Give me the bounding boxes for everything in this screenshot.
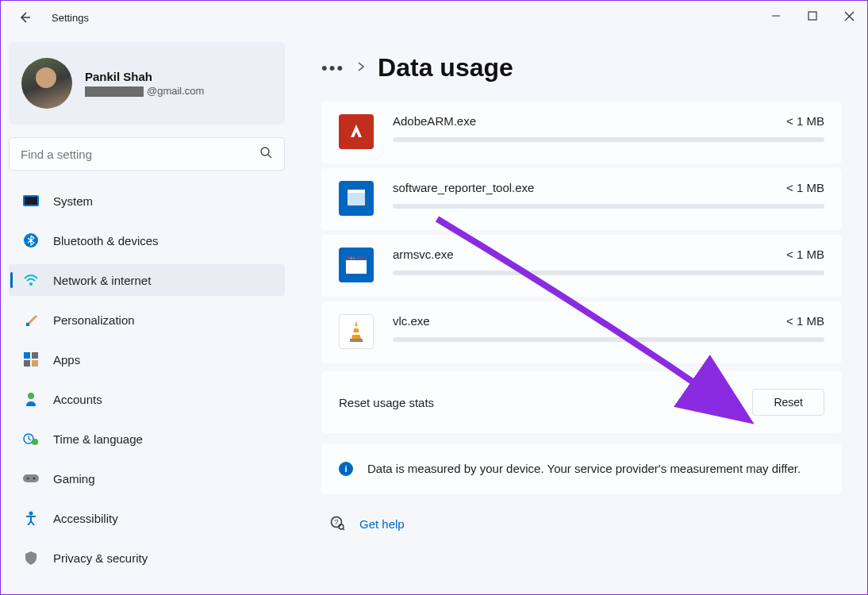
help-link[interactable]: Get help (359, 517, 405, 531)
app-size: < 1 MB (786, 314, 824, 328)
generic-app-icon (339, 181, 374, 216)
nav-label: Accessibility (53, 512, 118, 525)
svg-rect-8 (25, 197, 37, 205)
info-icon: i (339, 462, 353, 476)
clock-globe-icon (23, 431, 39, 447)
svg-line-19 (29, 439, 31, 440)
usage-bar (393, 337, 824, 342)
nav-label: Apps (53, 353, 80, 367)
help-icon: ? (329, 515, 345, 534)
person-icon (23, 391, 39, 407)
arrow-left-icon (18, 11, 31, 24)
info-text: Data is measured by your device. Your se… (367, 460, 801, 478)
svg-line-6 (268, 155, 271, 158)
svg-rect-33 (354, 326, 359, 328)
nav-label: Bluetooth & devices (53, 234, 159, 248)
profile-email: @gmail.com (85, 85, 204, 97)
reset-button[interactable]: Reset (752, 389, 824, 416)
nav-label: Gaming (53, 472, 95, 486)
usage-bar (393, 204, 824, 209)
sidebar-item-apps[interactable]: Apps (9, 344, 285, 375)
sidebar-item-time[interactable]: Time & language (9, 423, 285, 455)
svg-rect-15 (32, 360, 38, 367)
chevron-right-icon (357, 61, 365, 75)
nav-list: System Bluetooth & devices Network & int… (9, 185, 285, 574)
app-size: < 1 MB (786, 248, 824, 261)
avatar (21, 58, 72, 109)
svg-point-31 (351, 258, 352, 259)
sidebar-item-privacy[interactable]: Privacy & security (9, 542, 285, 574)
close-icon (844, 11, 855, 21)
nav-label: Privacy & security (53, 551, 148, 565)
sidebar-item-network[interactable]: Network & internet (9, 264, 285, 296)
svg-rect-2 (808, 12, 816, 20)
svg-point-23 (33, 478, 36, 480)
app-name: armsvc.exe (393, 248, 454, 261)
reset-stats-card: Reset usage stats Reset (321, 371, 842, 433)
search-input[interactable] (9, 137, 285, 171)
redacted-block (85, 86, 144, 97)
vlc-icon (339, 314, 374, 349)
maximize-icon (808, 11, 817, 21)
window-icon (339, 248, 374, 282)
svg-rect-35 (350, 339, 363, 342)
titlebar: Settings (1, 1, 867, 34)
svg-rect-34 (352, 332, 360, 335)
bluetooth-icon (23, 232, 39, 248)
paintbrush-icon (23, 312, 39, 328)
minimize-icon (771, 11, 781, 21)
shield-icon (23, 550, 39, 566)
search-wrap (9, 137, 285, 171)
sidebar-item-accounts[interactable]: Accounts (9, 383, 285, 415)
svg-rect-27 (348, 190, 365, 193)
app-size: < 1 MB (786, 114, 824, 128)
close-button[interactable] (831, 1, 867, 31)
nav-label: Time & language (53, 432, 143, 446)
sidebar-item-gaming[interactable]: Gaming (9, 463, 285, 494)
breadcrumb: ••• Data usage (321, 53, 842, 83)
sidebar-item-system[interactable]: System (9, 185, 285, 217)
svg-point-16 (28, 393, 34, 399)
nav-label: System (53, 194, 93, 208)
sidebar-item-bluetooth[interactable]: Bluetooth & devices (9, 225, 285, 256)
profile-card[interactable]: Pankil Shah @gmail.com (9, 42, 285, 125)
svg-point-22 (27, 478, 29, 480)
svg-rect-26 (348, 191, 365, 205)
apps-icon (23, 351, 39, 367)
window-controls (758, 1, 867, 31)
minimize-button[interactable] (758, 1, 794, 31)
reset-label: Reset usage stats (339, 396, 434, 409)
app-usage-row[interactable]: armsvc.exe < 1 MB (321, 235, 842, 297)
system-icon (23, 193, 39, 209)
nav-label: Accounts (53, 393, 102, 406)
svg-rect-14 (24, 360, 30, 367)
usage-bar (393, 137, 824, 142)
svg-point-30 (348, 258, 350, 259)
accessibility-icon (23, 510, 39, 526)
app-name: software_reporter_tool.exe (393, 181, 534, 194)
svg-rect-13 (32, 352, 38, 359)
sidebar-item-accessibility[interactable]: Accessibility (9, 502, 285, 534)
svg-text:?: ? (334, 518, 338, 526)
search-icon (259, 146, 272, 162)
maximize-button[interactable] (794, 1, 831, 31)
app-usage-row[interactable]: AdobeARM.exe < 1 MB (321, 102, 842, 163)
app-title: Settings (52, 12, 89, 24)
svg-point-20 (32, 439, 38, 445)
svg-point-24 (29, 512, 33, 516)
breadcrumb-more[interactable]: ••• (321, 58, 344, 79)
adobe-icon (339, 114, 374, 149)
page-title: Data usage (378, 53, 513, 83)
app-usage-row[interactable]: vlc.exe < 1 MB (321, 301, 842, 363)
help-row[interactable]: ? Get help (321, 515, 842, 534)
profile-name: Pankil Shah (85, 70, 204, 83)
sidebar-item-personalization[interactable]: Personalization (9, 304, 285, 336)
nav-label: Network & internet (53, 274, 151, 287)
sidebar: Pankil Shah @gmail.com System Bluetooth … (1, 34, 296, 594)
app-usage-row[interactable]: software_reporter_tool.exe < 1 MB (321, 168, 842, 230)
wifi-icon (23, 272, 39, 288)
svg-rect-11 (26, 323, 29, 326)
svg-point-10 (29, 282, 33, 286)
back-button[interactable] (15, 8, 34, 27)
app-name: AdobeARM.exe (393, 114, 476, 128)
